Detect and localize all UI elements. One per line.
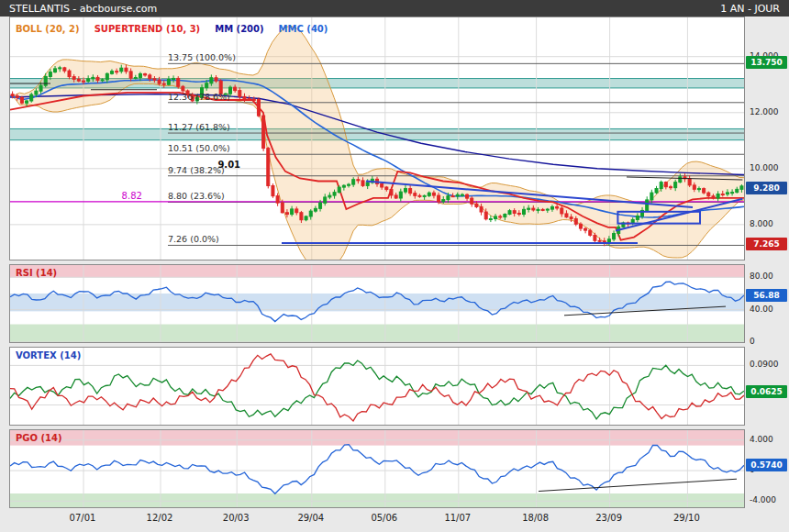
- fib-level-label: 10.51 (50.0%): [168, 143, 230, 153]
- pgo-label[interactable]: PGO (14): [16, 433, 62, 443]
- x-date-label: 11/07: [444, 513, 471, 523]
- y-axis-tick: 0: [750, 337, 755, 346]
- fib-level-label: 11.27 (61.8%): [168, 122, 230, 132]
- fib-level-label: 7.26 (0.0%): [168, 234, 219, 244]
- vortex-plot[interactable]: [10, 348, 744, 425]
- pgo-chart-svg: [10, 430, 744, 507]
- x-date-label: 20/03: [223, 513, 250, 523]
- y-axis-tick: 10.000: [750, 163, 779, 172]
- x-date-label: 29/04: [297, 513, 324, 523]
- rsi-label[interactable]: RSI (14): [16, 268, 57, 278]
- legend-item-boll[interactable]: BOLL (20, 2): [16, 24, 80, 34]
- panel-pgo: PGO (14): [9, 429, 745, 508]
- hline-label: 8.82: [122, 191, 142, 201]
- panel-rsi: RSI (14): [9, 264, 745, 343]
- chart-title: STELLANTIS - abcbourse.com: [9, 3, 157, 15]
- y-axis-tick: 12.000: [750, 107, 779, 116]
- x-date-label: 18/08: [522, 513, 549, 523]
- x-axis: 07/0112/0220/0329/0405/0611/0718/0823/09…: [9, 511, 745, 529]
- price-note-label: 9.01: [217, 160, 240, 170]
- price-badge: 0.0625: [746, 385, 787, 398]
- vortex-chart-svg: [10, 348, 744, 425]
- price-badge: 0.5740: [746, 459, 787, 471]
- y-axis-tick: 40.00: [750, 305, 773, 314]
- x-date-label: 07/01: [70, 513, 96, 523]
- fib-level-label: 9.74 (38.2%): [168, 165, 225, 175]
- fib-level-label: 8.80 (23.6%): [168, 191, 225, 201]
- y-axis-tick: 0.0900: [750, 360, 779, 369]
- y-axis-tick: 80.00: [750, 272, 773, 281]
- x-date-label: 05/06: [371, 513, 397, 523]
- panel-vortex: VORTEX (14): [9, 347, 745, 426]
- pgo-plot[interactable]: [10, 430, 744, 507]
- y-axis-tick: 8.000: [750, 219, 773, 228]
- legend-item-mmc40[interactable]: MMC (40): [279, 24, 328, 34]
- topbar: STELLANTIS - abcbourse.com 1 AN - JOUR: [0, 0, 789, 17]
- rsi-plot[interactable]: [10, 265, 744, 342]
- fib-level-label: 12.36 (78.6%): [168, 92, 230, 102]
- main-chart-svg: 13.75 (100.0%)12.36 (78.6%)11.27 (61.8%)…: [10, 17, 744, 260]
- right-axis: 14.00012.00010.0008.00013.7509.2807.2658…: [745, 0, 789, 532]
- price-badge: 13.750: [746, 56, 787, 69]
- price-badge: 9.280: [746, 182, 787, 194]
- y-axis-tick: 4.000: [750, 435, 773, 444]
- chart-legend: BOLL (20, 2) SUPERTREND (10, 3) MM (200)…: [16, 24, 328, 34]
- fib-level-label: 13.75 (100.0%): [168, 52, 236, 62]
- panel-main: 13.75 (100.0%)12.36 (78.6%)11.27 (61.8%)…: [9, 17, 745, 260]
- y-axis-tick: -4.000: [750, 495, 776, 504]
- main-plot[interactable]: 13.75 (100.0%)12.36 (78.6%)11.27 (61.8%)…: [10, 17, 744, 260]
- price-badge: 56.88: [746, 289, 787, 302]
- x-date-label: 29/10: [673, 513, 700, 523]
- legend-item-supertrend[interactable]: SUPERTREND (10, 3): [94, 24, 201, 34]
- rsi-chart-svg: [10, 265, 744, 342]
- x-date-label: 23/09: [595, 513, 622, 523]
- screen: STELLANTIS - abcbourse.com 1 AN - JOUR 1…: [0, 0, 789, 532]
- vortex-label[interactable]: VORTEX (14): [16, 350, 81, 360]
- legend-item-mm200[interactable]: MM (200): [215, 24, 263, 34]
- x-date-label: 12/02: [147, 513, 173, 523]
- price-badge: 7.265: [746, 238, 787, 250]
